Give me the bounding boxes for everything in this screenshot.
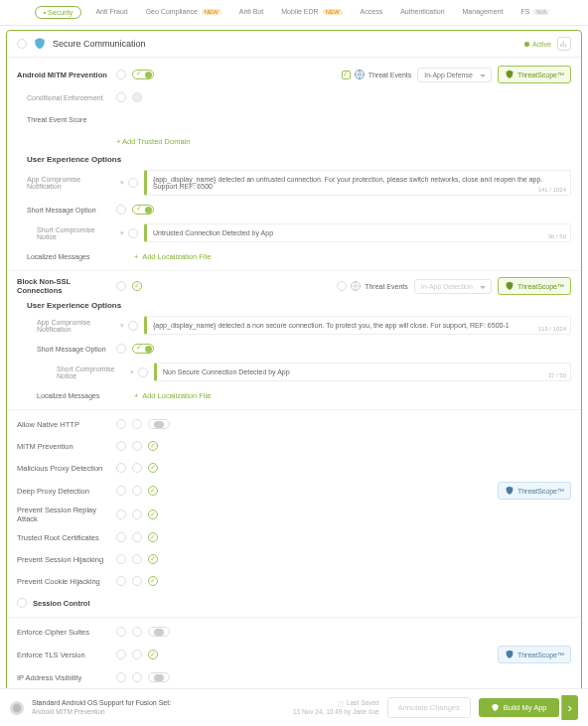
tab-access[interactable]: Access bbox=[357, 6, 387, 19]
tab-auth[interactable]: Authentication bbox=[396, 6, 448, 19]
chevron-icon[interactable]: ▾ bbox=[128, 368, 136, 376]
check-icon[interactable]: ✓ bbox=[148, 441, 158, 451]
check-icon[interactable]: ✓ bbox=[148, 532, 158, 542]
threatscope-button[interactable]: ThreatScope™ bbox=[498, 277, 571, 295]
radio[interactable] bbox=[116, 205, 126, 215]
toggle-on[interactable] bbox=[132, 344, 154, 354]
radio[interactable] bbox=[132, 463, 142, 473]
radio[interactable] bbox=[116, 344, 126, 354]
radio[interactable] bbox=[116, 554, 126, 564]
threat-events-badge[interactable]: Threat Events bbox=[337, 280, 408, 292]
threatscope-button[interactable]: ThreatScope™ bbox=[498, 66, 571, 83]
radio[interactable] bbox=[128, 178, 138, 188]
short-textbox[interactable]: Non Secure Connection Detected by App 37… bbox=[154, 363, 571, 381]
radio[interactable] bbox=[116, 419, 126, 429]
radio[interactable] bbox=[116, 281, 126, 291]
short-notice-row2: Short Compromise Notice ▾ Non Secure Con… bbox=[17, 363, 571, 381]
radio[interactable] bbox=[116, 650, 126, 659]
check-icon[interactable]: ✓ bbox=[148, 554, 158, 564]
radio[interactable] bbox=[132, 532, 142, 542]
radio[interactable] bbox=[132, 627, 142, 637]
radio[interactable] bbox=[116, 463, 126, 473]
radio[interactable] bbox=[116, 672, 126, 682]
tab-fs[interactable]: FS N/A bbox=[516, 6, 553, 19]
toggle-dash[interactable] bbox=[148, 627, 170, 637]
threatscope-button[interactable]: ThreatScope™ bbox=[498, 482, 571, 500]
radio[interactable] bbox=[132, 419, 142, 429]
radio[interactable] bbox=[132, 441, 142, 451]
annotate-button[interactable]: Annotate Changes bbox=[387, 697, 471, 718]
build-chevron[interactable]: › bbox=[561, 695, 578, 720]
localized-row: Localized Messages + Add Localization Fi… bbox=[17, 248, 571, 264]
radio[interactable] bbox=[116, 486, 126, 496]
radio[interactable] bbox=[17, 598, 27, 608]
policy-cookie: Prevent Cookie Hijacking✓ bbox=[17, 573, 571, 589]
radio[interactable] bbox=[116, 92, 126, 102]
check-icon[interactable]: ✓ bbox=[148, 650, 158, 659]
add-trusted-link[interactable]: + Add Trusted Domain bbox=[116, 137, 190, 146]
policy-label: Block Non-SSL Connections bbox=[17, 277, 116, 295]
policy-label: Short Message Option bbox=[17, 346, 116, 353]
toggle-disabled bbox=[132, 92, 142, 102]
radio[interactable] bbox=[132, 672, 142, 682]
build-app-button[interactable]: Build My App bbox=[479, 698, 559, 717]
tab-mobileedr[interactable]: Mobile EDR NEW bbox=[277, 6, 346, 19]
detection-dropdown[interactable]: In-App Detection bbox=[414, 279, 492, 294]
policy-android-mitm: Android MiTM Prevention ✓ Threat Events … bbox=[17, 66, 571, 83]
state-active: Active bbox=[524, 41, 551, 48]
add-localization-link[interactable]: + Add Localization File bbox=[134, 252, 211, 261]
radio[interactable] bbox=[132, 576, 142, 586]
radio[interactable] bbox=[132, 650, 142, 659]
chevron-icon[interactable]: ▾ bbox=[118, 322, 126, 330]
threat-events-badge[interactable]: ✓ Threat Events bbox=[342, 69, 412, 80]
toggle-dash[interactable] bbox=[148, 672, 170, 682]
chevron-icon[interactable]: ▾ bbox=[118, 229, 126, 237]
toggle-on[interactable] bbox=[132, 70, 154, 79]
radio[interactable] bbox=[116, 70, 126, 79]
radio[interactable] bbox=[128, 228, 138, 238]
toggle-dash[interactable] bbox=[148, 419, 170, 429]
radio[interactable] bbox=[132, 554, 142, 564]
tab-security[interactable]: • Security bbox=[35, 6, 82, 19]
tab-antifraud[interactable]: Anti Fraud bbox=[91, 6, 131, 19]
check-icon[interactable]: ✓ bbox=[148, 463, 158, 473]
policy-hijack: Prevent Session Hijacking✓ bbox=[17, 551, 571, 567]
char-count: 113 / 1024 bbox=[538, 326, 566, 332]
radio[interactable] bbox=[132, 509, 142, 519]
defense-dropdown[interactable]: In-App Defense bbox=[417, 68, 492, 82]
check-icon[interactable]: ✓ bbox=[148, 576, 158, 586]
page-title: Secure Communication bbox=[53, 39, 524, 49]
radio[interactable] bbox=[128, 321, 138, 331]
threatscope-button[interactable]: ThreatScope™ bbox=[498, 646, 571, 663]
radio[interactable] bbox=[116, 532, 126, 542]
footer-bar: Standard Android OS Support for Fusion S… bbox=[0, 688, 588, 726]
policy-mitm: MiTM Prevention✓ bbox=[17, 438, 571, 454]
tab-mgmt[interactable]: Management bbox=[459, 6, 508, 19]
panel-radio[interactable] bbox=[17, 39, 27, 49]
tab-geo[interactable]: Geo Compliance NEW bbox=[142, 6, 225, 19]
policy-label: Enforce TLS Version bbox=[17, 651, 116, 659]
toggle-on[interactable] bbox=[132, 205, 154, 215]
page-panel: Secure Communication Active Android MiTM… bbox=[6, 30, 582, 722]
check-icon[interactable]: ✓ bbox=[148, 486, 158, 496]
tab-antibot[interactable]: Anti Bot bbox=[235, 6, 268, 19]
chart-icon[interactable] bbox=[557, 37, 571, 51]
chevron-icon[interactable]: ▾ bbox=[118, 179, 126, 187]
radio[interactable] bbox=[132, 486, 142, 496]
short-msg-row: Short Message Option bbox=[17, 202, 571, 218]
compromise-textbox[interactable]: {app_display_name} detected a non secure… bbox=[144, 316, 571, 335]
check-icon[interactable]: ✓ bbox=[132, 281, 142, 291]
short-textbox[interactable]: Untrusted Connection Detected by App 36 … bbox=[144, 223, 571, 242]
compromise-textbox[interactable]: {app_display_name} detected an untrusted… bbox=[144, 170, 571, 196]
add-localization-link[interactable]: + Add Localization File bbox=[134, 391, 211, 400]
policy-label: Trusted Root Certificates bbox=[17, 533, 116, 542]
add-trusted-domain[interactable]: + Add Trusted Domain bbox=[17, 133, 571, 149]
radio[interactable] bbox=[116, 441, 126, 451]
radio[interactable] bbox=[116, 509, 126, 519]
radio[interactable] bbox=[116, 627, 126, 637]
check-icon[interactable]: ✓ bbox=[148, 509, 158, 519]
radio[interactable] bbox=[116, 576, 126, 586]
policy-label: IP Address Visibility bbox=[17, 673, 116, 682]
radio[interactable] bbox=[138, 367, 148, 377]
char-count: 37 / 50 bbox=[548, 372, 566, 378]
